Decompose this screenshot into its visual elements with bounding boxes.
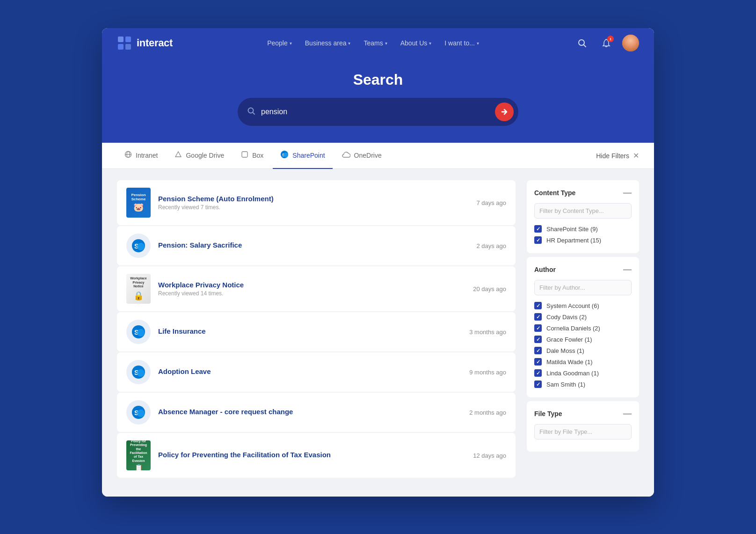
filter-checkbox-linda-goodman[interactable]: [534, 369, 542, 377]
filter-option[interactable]: Cornelia Daniels (2): [534, 322, 632, 334]
box-icon: [241, 151, 248, 160]
filter-option[interactable]: Grace Fowler (1): [534, 334, 632, 345]
result-info: Life Insurance: [158, 327, 462, 336]
filter-option[interactable]: System Account (6): [534, 300, 632, 311]
filter-option[interactable]: SharePoint Site (9): [534, 223, 632, 234]
file-type-filter-input[interactable]: [534, 424, 632, 439]
filter-collapse-button[interactable]: —: [623, 264, 632, 274]
search-title: Search: [117, 71, 639, 88]
nav-people[interactable]: People ▾: [262, 36, 298, 51]
filter-author-header: Author —: [534, 264, 632, 274]
filter-option[interactable]: Linda Goodman (1): [534, 367, 632, 379]
result-thumbnail: Pension Scheme 🐷: [126, 188, 151, 218]
result-thumbnail: S: [126, 234, 151, 258]
search-submit-button[interactable]: [495, 102, 514, 121]
filter-file-type-header: File Type —: [534, 409, 632, 418]
avatar[interactable]: [622, 35, 639, 51]
filter-collapse-button[interactable]: —: [623, 188, 632, 198]
svg-rect-1: [125, 37, 131, 42]
sharepoint-logo: S: [131, 405, 145, 419]
result-item[interactable]: S Absence Manager - core request change …: [117, 393, 516, 432]
tab-intranet[interactable]: Intranet: [117, 143, 165, 168]
svg-point-18: [137, 243, 145, 250]
content-type-filter-input[interactable]: [534, 203, 632, 219]
sharepoint-logo: S: [131, 365, 145, 379]
chevron-down-icon: ▾: [290, 41, 292, 46]
filter-checkbox-cornelia-daniels[interactable]: [534, 324, 542, 332]
filter-section-author: Author — System Account (6) Cody Davis (…: [527, 257, 639, 397]
avatar-image: [622, 35, 639, 51]
tab-sharepoint[interactable]: S SharePoint: [273, 143, 332, 169]
result-info: Pension: Salary Sacrifice: [158, 241, 469, 250]
filter-checkbox-dale-moss[interactable]: [534, 347, 542, 354]
notification-badge: 1: [607, 36, 614, 42]
tab-box[interactable]: Box: [233, 143, 271, 168]
filter-collapse-button[interactable]: —: [623, 409, 632, 418]
tabs-left: Intranet Google Drive Box S: [117, 143, 389, 168]
google-drive-icon: [174, 151, 182, 160]
tabs-bar: Intranet Google Drive Box S: [102, 143, 654, 169]
filter-checkbox-hr-department[interactable]: [534, 236, 542, 244]
result-item[interactable]: Workplace Privacy Notice 🔒 Workplace Pri…: [117, 266, 516, 311]
search-button[interactable]: [574, 35, 590, 51]
filter-checkbox-cody-davis[interactable]: [534, 313, 542, 321]
app-container: interact People ▾ Business area ▾ Teams …: [102, 28, 654, 497]
cloud-icon: [342, 151, 350, 160]
filter-checkbox-grace-fowler[interactable]: [534, 336, 542, 343]
result-info: Pension Scheme (Auto Enrolment) Recently…: [158, 195, 469, 211]
arrow-right-icon: [501, 108, 508, 116]
search-input[interactable]: [261, 108, 489, 116]
result-thumbnail: S: [126, 400, 151, 424]
chevron-down-icon: ▾: [348, 41, 350, 46]
nav-business-area[interactable]: Business area ▾: [299, 36, 356, 51]
logo-text: interact: [137, 37, 173, 49]
result-info: Absence Manager - core request change: [158, 408, 462, 417]
notifications-button[interactable]: 1: [598, 35, 615, 51]
author-filter-input[interactable]: [534, 280, 632, 295]
result-item[interactable]: S Life Insurance 3 months ago: [117, 312, 516, 351]
filter-checkbox-matilda-wade[interactable]: [534, 358, 542, 366]
nav-i-want-to[interactable]: I want to... ▾: [439, 36, 485, 51]
filter-checkbox-sam-smith[interactable]: [534, 380, 542, 388]
search-bar: [238, 98, 518, 126]
header-right: 1: [574, 35, 639, 51]
search-icon: [577, 38, 587, 48]
filter-option[interactable]: HR Department (15): [534, 234, 632, 246]
result-item[interactable]: S Pension: Salary Sacrifice 2 days ago: [117, 226, 516, 265]
result-item[interactable]: Pension Scheme 🐷 Pension Scheme (Auto En…: [117, 180, 516, 225]
results-list: Pension Scheme 🐷 Pension Scheme (Auto En…: [117, 180, 516, 485]
search-hero: Search: [102, 58, 654, 143]
filter-option[interactable]: Dale Moss (1): [534, 345, 632, 356]
sharepoint-logo: S: [131, 325, 145, 339]
filter-checkbox-sharepoint-site[interactable]: [534, 225, 542, 233]
result-item[interactable]: Policy for Preventing the Facilitation o…: [117, 433, 516, 478]
result-info: Workplace Privacy Notice Recently viewed…: [158, 281, 465, 297]
search-icon: [247, 107, 255, 117]
close-icon[interactable]: ✕: [633, 151, 639, 160]
filter-option[interactable]: Matilda Wade (1): [534, 356, 632, 367]
nav-about-us[interactable]: About Us ▾: [395, 36, 437, 51]
filter-option[interactable]: Cody Davis (2): [534, 311, 632, 322]
chevron-down-icon: ▾: [429, 41, 431, 46]
result-thumbnail: S: [126, 320, 151, 344]
filter-checkbox-system-account[interactable]: [534, 302, 542, 309]
tab-google-drive[interactable]: Google Drive: [167, 143, 232, 168]
filter-option[interactable]: Sam Smith (1): [534, 379, 632, 390]
globe-icon: [124, 151, 132, 160]
filters-panel: Content Type — SharePoint Site (9) HR De…: [527, 180, 639, 485]
sharepoint-logo: S: [131, 239, 145, 253]
header-nav: People ▾ Business area ▾ Teams ▾ About U…: [262, 36, 485, 51]
content-area: Pension Scheme 🐷 Pension Scheme (Auto En…: [102, 169, 654, 497]
nav-teams[interactable]: Teams ▾: [358, 36, 393, 51]
header: interact People ▾ Business area ▾ Teams …: [102, 28, 654, 58]
header-logo-area: interact: [117, 36, 173, 51]
chevron-down-icon: ▾: [385, 41, 387, 46]
tab-onedrive[interactable]: OneDrive: [334, 144, 389, 168]
filter-section-content-type: Content Type — SharePoint Site (9) HR De…: [527, 180, 639, 253]
hide-filters-button[interactable]: Hide Filters ✕: [596, 151, 639, 160]
result-item[interactable]: S Adoption Leave 9 months ago: [117, 352, 516, 392]
svg-line-5: [584, 45, 586, 47]
svg-point-27: [137, 410, 145, 417]
result-thumbnail: Policy for Preventing the Facilitation o…: [126, 440, 151, 470]
chevron-down-icon: ▾: [477, 41, 479, 46]
